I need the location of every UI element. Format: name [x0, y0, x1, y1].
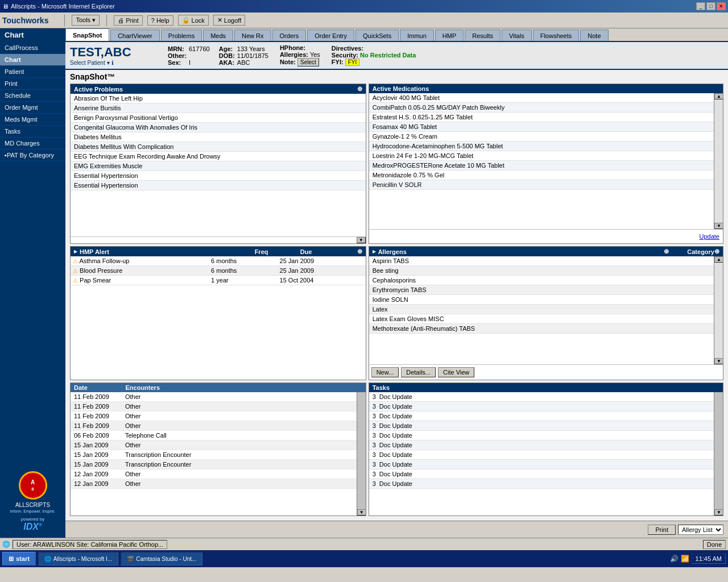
list-item[interactable]: Erythromycin TABS	[369, 285, 714, 295]
list-item[interactable]: 3 Doc Update	[369, 421, 714, 431]
tab-orderentry[interactable]: Order Entry	[307, 30, 354, 41]
list-item[interactable]: Anserine Bursitis	[71, 103, 366, 113]
table-row[interactable]: ⚠ Pap Smear 1 year 15 Oct 2004	[71, 276, 366, 285]
table-row[interactable]: 11 Feb 2009Other	[71, 401, 357, 411]
sidebar-item-callprocess[interactable]: CallProcess	[0, 42, 65, 54]
sidebar-item-patbycategory[interactable]: ▪PAT By Category	[0, 149, 65, 161]
list-item[interactable]: Penicillin V SOLR	[369, 180, 714, 190]
tab-hmp[interactable]: HMP	[435, 30, 464, 41]
sidebar-item-mdcharges[interactable]: MD Charges	[0, 138, 65, 149]
taskbar-camtasia[interactable]: 🎬 Camtasia Studio - Unt...	[121, 552, 202, 566]
tasks-scroll-down[interactable]: ▼	[714, 509, 723, 516]
list-item[interactable]: 3 Doc Update	[369, 411, 714, 421]
list-item[interactable]: 3 Doc Update	[369, 440, 714, 450]
start-button[interactable]: ⊞ start	[2, 552, 36, 566]
update-link[interactable]: Update	[697, 231, 722, 242]
encounters-list[interactable]: 11 Feb 2009Other 11 Feb 2009Other 11 Feb…	[71, 392, 357, 516]
help-button[interactable]: ? Help	[147, 15, 173, 26]
list-item[interactable]: MedroxPROGESTERone Acetate 10 MG Tablet	[369, 161, 714, 171]
allergens-list[interactable]: Aspirin TABS Bee sting Cephalosporins Er…	[369, 256, 714, 364]
tab-newrx[interactable]: New Rx	[234, 30, 271, 41]
sidebar-item-chart[interactable]: Chart	[0, 54, 65, 66]
list-item[interactable]: 3 Doc Update	[369, 402, 714, 411]
list-item[interactable]: Aspirin TABS	[369, 256, 714, 266]
tab-problems[interactable]: Problems	[161, 30, 202, 41]
list-item[interactable]: Abrasion Of The Left Hip	[71, 94, 366, 103]
list-item[interactable]: Diabetes Mellitus With Complication	[71, 142, 366, 152]
select-patient-btn[interactable]: Select Patient ▾ ℹ	[70, 60, 161, 66]
meds-scroll-up-btn[interactable]: ▲	[714, 93, 723, 99]
note-select-button[interactable]: Select	[297, 58, 319, 66]
allergy-list-select[interactable]: Allergy List	[678, 525, 723, 535]
table-row[interactable]: 15 Jan 2009Transcription Encounter	[71, 459, 357, 469]
list-item[interactable]: Essential Hypertension	[71, 171, 366, 181]
meds-scroll-down-btn[interactable]: ▼	[714, 223, 723, 229]
tab-flowsheets[interactable]: Flowsheets	[533, 30, 580, 41]
scroll-down-btn[interactable]: ▼	[357, 237, 366, 243]
hmp-list[interactable]: ⚠ Asthma Follow-up 6 months 25 Jan 2009 …	[71, 256, 366, 379]
list-item[interactable]: EMG Extremities Muscle	[71, 161, 366, 171]
allergens-scroll-up[interactable]: ▲	[714, 256, 723, 263]
tab-results[interactable]: Results	[465, 30, 500, 41]
close-button[interactable]: ✕	[717, 2, 726, 10]
print-button[interactable]: Print	[648, 525, 676, 535]
list-item[interactable]: Bee sting	[369, 266, 714, 276]
tab-immun[interactable]: Immun	[400, 30, 434, 41]
active-problems-list[interactable]: Abrasion Of The Left Hip Anserine Bursit…	[71, 94, 366, 236]
sidebar-item-print[interactable]: Print	[0, 78, 65, 90]
list-item[interactable]: Latex	[369, 305, 714, 314]
table-row[interactable]: 12 Jan 2009Other	[71, 469, 357, 479]
minimize-button[interactable]: _	[696, 2, 705, 10]
sidebar-item-tasks[interactable]: Tasks	[0, 126, 65, 138]
tab-orders[interactable]: Orders	[272, 30, 307, 41]
table-row[interactable]: 15 Jan 2009Other	[71, 440, 357, 450]
table-row[interactable]: ⚠ Blood Pressure 6 months 25 Jan 2009	[71, 266, 366, 276]
tab-note[interactable]: Note	[580, 30, 608, 41]
list-item[interactable]: Metronidazole 0.75 % Gel	[369, 171, 714, 180]
list-item[interactable]: Congenital Glaucoma With Anomalies Of Ir…	[71, 123, 366, 132]
tab-meds[interactable]: Meds	[203, 30, 233, 41]
tab-vitals[interactable]: Vitals	[502, 30, 532, 41]
sidebar-item-schedule[interactable]: Schedule	[0, 90, 65, 102]
list-item[interactable]: 3 Doc Update	[369, 392, 714, 402]
active-medications-list[interactable]: Acyclovir 400 MG Tablet CombiPatch 0.05-…	[369, 93, 714, 229]
list-item[interactable]: EEG Technique Exam Recording Awake And D…	[71, 152, 366, 161]
list-item[interactable]: Estratest H.S. 0.625-1.25 MG Tablet	[369, 113, 714, 122]
tools-button[interactable]: Tools ▾	[72, 15, 100, 26]
list-item[interactable]: 3 Doc Update	[369, 450, 714, 460]
list-item[interactable]: Benign Paroxysmal Positional Vertigo	[71, 113, 366, 123]
cite-view-button[interactable]: Cite View	[438, 367, 474, 377]
sidebar-item-medsmgmt[interactable]: Meds Mgmt	[0, 114, 65, 126]
maximize-button[interactable]: □	[706, 2, 715, 10]
title-bar-buttons[interactable]: _ □ ✕	[696, 2, 726, 10]
list-item[interactable]: Fosamax 40 MG Tablet	[369, 122, 714, 132]
list-item[interactable]: Loestrin 24 Fe 1-20 MG-MCG Tablet	[369, 151, 714, 161]
list-item[interactable]: Methotrexate (Anti-Rheumatic) TABS	[369, 324, 714, 334]
table-row[interactable]: 11 Feb 2009Other	[71, 392, 357, 402]
table-row[interactable]: 15 Jan 2009Transcription Encounter	[71, 450, 357, 459]
lock-button[interactable]: 🔒 Lock	[178, 15, 209, 26]
new-allergy-button[interactable]: New...	[371, 367, 399, 377]
list-item[interactable]: Cephalosporins	[369, 276, 714, 285]
fyi-button[interactable]: FYI	[345, 59, 360, 66]
tab-chartviewer[interactable]: ChartViewer	[110, 30, 159, 41]
tasks-list[interactable]: 3 Doc Update 3 Doc Update 3 Doc Update 3…	[369, 392, 714, 516]
list-item[interactable]: 3 Doc Update	[369, 431, 714, 440]
list-item[interactable]: Latex Exam Gloves MISC	[369, 314, 714, 324]
enc-scroll-down[interactable]: ▼	[357, 509, 366, 516]
allergens-scroll-down[interactable]: ▼	[714, 358, 723, 364]
table-row[interactable]: 06 Feb 2009Telephone Call	[71, 430, 357, 440]
list-item[interactable]: 3 Doc Update	[369, 479, 714, 489]
taskbar-allscripts[interactable]: 🌐 Allscripts - Microsoft I...	[38, 552, 118, 566]
list-item[interactable]: 3 Doc Update	[369, 469, 714, 479]
list-item[interactable]: CombiPatch 0.05-0.25 MG/DAY Patch Biweek…	[369, 103, 714, 113]
list-item[interactable]: Gynazole-1 2 % Cream	[369, 132, 714, 142]
tab-quicksets[interactable]: QuickSets	[355, 30, 399, 41]
sidebar-item-patient[interactable]: Patient	[0, 66, 65, 78]
list-item[interactable]: Hydrocodone-Acetaminophen 5-500 MG Table…	[369, 142, 714, 151]
list-item[interactable]: Essential Hypertension	[71, 181, 366, 190]
table-row[interactable]: ⚠ Asthma Follow-up 6 months 25 Jan 2009	[71, 256, 366, 266]
sidebar-item-ordermgmt[interactable]: Order Mgmt	[0, 102, 65, 114]
table-row[interactable]: 11 Feb 2009Other	[71, 411, 357, 421]
table-row[interactable]: 12 Jan 2009Other	[71, 479, 357, 488]
